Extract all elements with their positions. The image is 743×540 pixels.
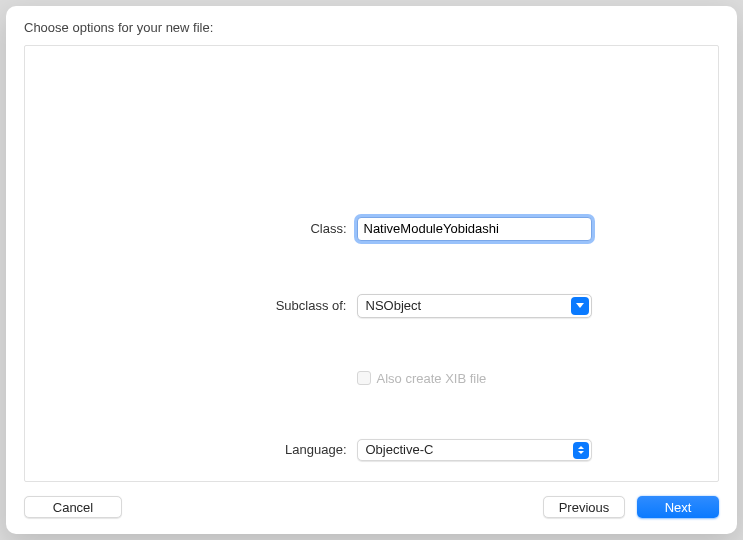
- subclass-label: Subclass of:: [147, 298, 347, 313]
- updown-icon: [573, 442, 589, 459]
- previous-button[interactable]: Previous: [543, 496, 625, 518]
- cancel-button[interactable]: Cancel: [24, 496, 122, 518]
- xib-checkbox: [357, 371, 371, 385]
- sheet-heading: Choose options for your new file:: [24, 20, 719, 35]
- language-label: Language:: [147, 442, 347, 457]
- language-value: Objective-C: [366, 442, 434, 457]
- language-popup[interactable]: Objective-C: [357, 439, 592, 461]
- xib-label: Also create XIB file: [377, 371, 487, 386]
- next-button[interactable]: Next: [637, 496, 719, 518]
- subclass-combobox[interactable]: NSObject: [357, 294, 592, 318]
- options-form: Class: Subclass of: NSObject Also create…: [147, 196, 597, 481]
- class-input[interactable]: [357, 217, 592, 241]
- chevron-down-icon: [571, 297, 589, 315]
- class-label: Class:: [147, 221, 347, 236]
- new-file-options-sheet: Choose options for your new file: Class:…: [6, 6, 737, 534]
- options-panel: Class: Subclass of: NSObject Also create…: [24, 45, 719, 482]
- subclass-value: NSObject: [366, 298, 422, 313]
- footer-buttons: Cancel Previous Next: [24, 482, 719, 518]
- xib-checkbox-row: Also create XIB file: [357, 371, 597, 386]
